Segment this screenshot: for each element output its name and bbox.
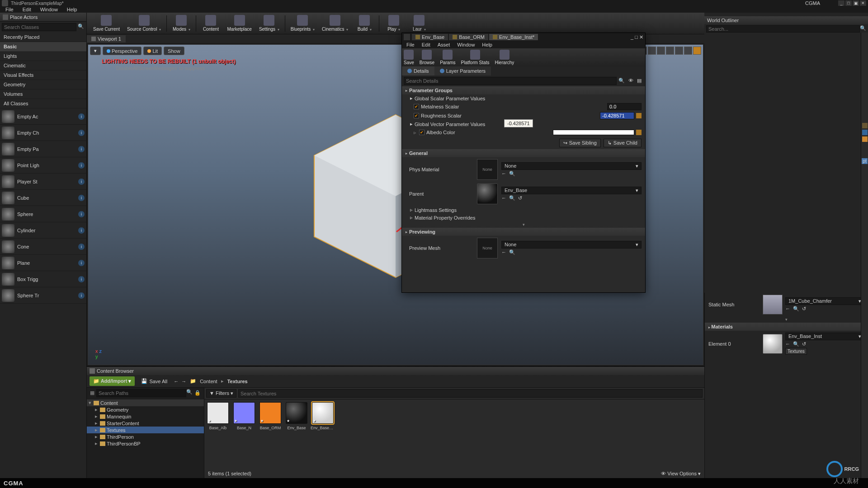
transform-rotate-button[interactable] [657, 47, 665, 55]
metalness-value[interactable]: 0.0 [607, 103, 642, 110]
save-child-button[interactable]: ↳ Save Child [604, 139, 642, 147]
me-menu-file[interactable]: File [403, 42, 418, 47]
transform-scale-button[interactable] [666, 47, 674, 55]
use-selected-icon[interactable]: ← [501, 249, 506, 255]
me-tab-0[interactable]: Env_Base [412, 34, 448, 40]
me-tab-1[interactable]: Base_ORM [449, 34, 488, 40]
use-selected-icon[interactable]: ← [501, 195, 506, 201]
tree-item-mannequin[interactable]: ▸Mannequin [87, 413, 204, 420]
add-import-button[interactable]: 📁 Add/Import ▾ [90, 376, 135, 386]
info-icon[interactable]: i [78, 130, 85, 136]
section-previewing[interactable]: ▸Previewing [402, 228, 645, 236]
asset-base_alb[interactable]: ★Base_Alb [207, 402, 229, 430]
asset-env_base[interactable]: ★Env_Base [286, 402, 307, 430]
menu-edit[interactable]: Edit [18, 7, 36, 12]
asset-base_n[interactable]: ★Base_N [233, 402, 255, 430]
actor-row[interactable]: Conei [0, 239, 86, 255]
tree-item-geometry[interactable]: ▸Geometry [87, 406, 204, 413]
lightmass-row[interactable]: ▹Lightmass Settings [402, 206, 645, 214]
minimize-button[interactable]: _ [838, 0, 844, 6]
materials-section[interactable]: ▸ Materials [705, 323, 868, 331]
camera-speed-button[interactable] [684, 47, 692, 55]
element0-dropdown[interactable]: Env_Base_Inst▾ [785, 333, 864, 340]
reset-icon[interactable]: ↺ [802, 341, 806, 347]
category-basic[interactable]: Basic [0, 42, 86, 52]
menu-window[interactable]: Window [36, 7, 62, 12]
section-general[interactable]: ▸General [402, 149, 645, 157]
close-button[interactable]: ✕ [860, 0, 866, 6]
actor-row[interactable]: Box Triggi [0, 271, 86, 287]
expand-icon[interactable]: ▸ [95, 413, 99, 419]
category-cinematic[interactable]: Cinematic [0, 61, 86, 70]
me-menu-help[interactable]: Help [478, 42, 496, 47]
use-selected-icon[interactable]: ← [785, 306, 790, 312]
transform-move-button[interactable] [648, 47, 656, 55]
tree-item-startercontent[interactable]: ▸StarterContent [87, 420, 204, 427]
expand-icon[interactable]: ▾ [705, 316, 868, 323]
menu-file[interactable]: File [1, 7, 18, 12]
expand-icon[interactable]: ▸ [95, 427, 99, 433]
actor-row[interactable]: Empty Aci [0, 108, 86, 125]
info-icon[interactable]: i [78, 162, 85, 169]
toolbar-laur[interactable]: Laur ▾ [406, 13, 432, 34]
tree-item-thirdperson[interactable]: ▸ThirdPerson [87, 433, 204, 440]
browse-icon[interactable]: 🔍 [793, 341, 799, 347]
actor-row[interactable]: Sphere Tri [0, 287, 86, 304]
info-icon[interactable]: i [78, 260, 85, 266]
expand-icon[interactable]: ▸ [95, 441, 99, 446]
toolbar-blueprints[interactable]: Blueprints ▾ [287, 13, 318, 34]
category-volumes[interactable]: Volumes [0, 89, 86, 99]
place-actors-search[interactable] [2, 23, 76, 31]
actor-row[interactable]: Player Sti [0, 174, 86, 190]
nav-back-button[interactable]: ← [174, 379, 179, 384]
asset-grid[interactable]: ★Base_Alb★Base_N★Base_ORM★Env_Base★Env_B… [204, 399, 704, 469]
phys-material-dropdown[interactable]: None▾ [501, 162, 642, 170]
toolbar-build[interactable]: Build ▾ [352, 13, 377, 34]
use-selected-icon[interactable]: ← [501, 171, 506, 177]
toolbar-cinematics[interactable]: Cinematics ▾ [318, 13, 352, 34]
crumb-content[interactable]: Content [200, 379, 217, 384]
subwin-close[interactable]: ✕ [639, 34, 643, 40]
toolbar-play[interactable]: Play ▾ [381, 13, 406, 34]
snap-button[interactable] [675, 47, 683, 55]
category-recently-placed[interactable]: Recently Placed [0, 33, 86, 42]
reset-icon[interactable] [636, 113, 642, 118]
me-menu-window[interactable]: Window [453, 42, 478, 47]
info-icon[interactable]: i [78, 244, 85, 250]
info-icon[interactable]: i [78, 146, 85, 152]
crumb-textures[interactable]: Textures [227, 379, 248, 384]
actor-row[interactable]: Cubei [0, 190, 86, 206]
tree-item-textures[interactable]: ▸Textures [87, 427, 204, 433]
browse-icon[interactable]: 🔍 [509, 171, 515, 177]
static-mesh-dropdown[interactable]: 1M_Cube_Chamfer▾ [785, 297, 864, 305]
toolbar-settings[interactable]: Settings ▾ [255, 13, 283, 34]
info-icon[interactable]: i [78, 292, 85, 299]
reset-icon[interactable] [636, 130, 642, 135]
info-icon[interactable]: i [78, 113, 85, 120]
viewport-show-button[interactable]: Show [164, 47, 184, 55]
toolbar-source-control[interactable]: Source Control ▾ [123, 13, 165, 34]
tree-item-thirdpersonbp[interactable]: ▸ThirdPersonBP [87, 440, 204, 447]
me-menu-edit[interactable]: Edit [418, 42, 434, 47]
me-tool-hierarchy[interactable]: Hierarchy [495, 50, 514, 65]
albedo-checkbox[interactable]: ✔ [419, 130, 425, 135]
asset-base_orm[interactable]: ★Base_ORM [259, 402, 281, 430]
asset-env_base_inst[interactable]: ★Env_Base_Inst [312, 402, 334, 430]
viewport-menu-button[interactable]: ▾ [90, 47, 101, 55]
textures-chip[interactable]: Textures [785, 348, 807, 355]
filters-button[interactable]: ▼ Filters ▾ [206, 389, 236, 398]
restore-button[interactable]: □ [845, 0, 852, 6]
metalness-checkbox[interactable]: ✔ [414, 104, 419, 109]
actor-row[interactable]: Point Lighi [0, 157, 86, 174]
info-icon[interactable]: i [78, 276, 85, 282]
actor-row[interactable]: Planei [0, 255, 86, 271]
menu-help[interactable]: Help [62, 7, 82, 12]
toolbar-save-current[interactable]: Save Current [90, 13, 123, 34]
category-lights[interactable]: Lights [0, 52, 86, 61]
settings-icon[interactable]: ▤ [635, 77, 643, 85]
info-icon[interactable]: i [78, 178, 85, 185]
subwin-maximize[interactable]: □ [635, 34, 638, 40]
swatch-icon[interactable] [862, 123, 868, 128]
viewport-tab[interactable]: Viewport 1 [87, 35, 126, 42]
phys-material-thumb[interactable]: None [477, 159, 498, 180]
